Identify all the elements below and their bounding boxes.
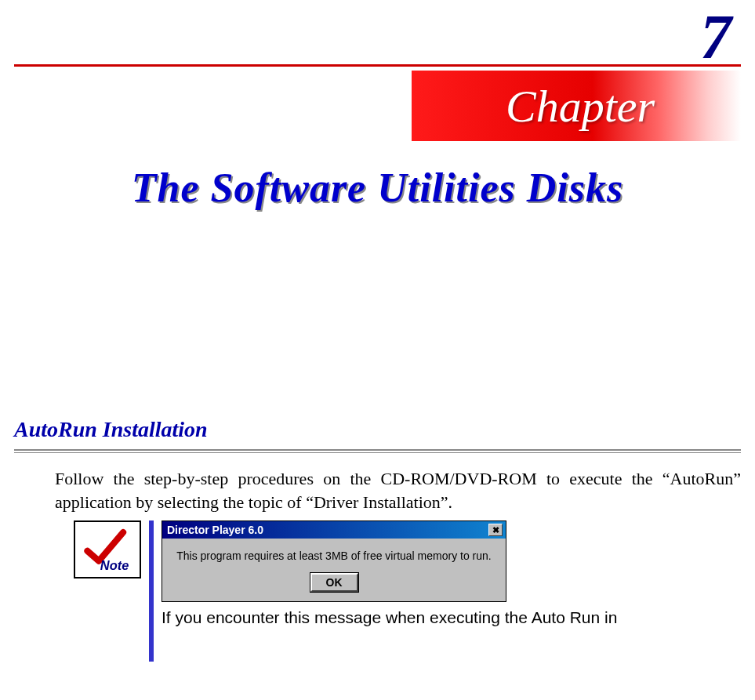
- note-content: Director Player 6.0 ✖ This program requi…: [162, 520, 741, 627]
- svg-text:Note: Note: [100, 558, 129, 572]
- note-block: Note Director Player 6.0 ✖ This program …: [74, 520, 741, 662]
- dialog-message: This program requires at least 3MB of fr…: [170, 549, 498, 562]
- section-heading: AutoRun Installation: [14, 417, 208, 442]
- note-divider: [149, 520, 154, 662]
- chapter-number: 7: [700, 2, 731, 73]
- ok-button[interactable]: OK: [310, 573, 358, 592]
- dialog-body: This program requires at least 3MB of fr…: [162, 539, 506, 601]
- chapter-banner: Chapter: [412, 71, 741, 141]
- header-divider: [14, 64, 741, 67]
- chapter-label: Chapter: [506, 80, 655, 132]
- section-divider: [14, 449, 741, 453]
- dialog-title: Director Player 6.0: [167, 524, 263, 536]
- dialog-titlebar: Director Player 6.0 ✖: [162, 521, 506, 539]
- note-caption: If you encounter this message when execu…: [162, 608, 741, 627]
- body-paragraph: Follow the step-by-step procedures on th…: [55, 467, 741, 513]
- close-icon[interactable]: ✖: [488, 524, 503, 536]
- page-title: The Software Utilities Disks: [0, 165, 755, 211]
- dialog-window: Director Player 6.0 ✖ This program requi…: [162, 520, 506, 602]
- note-icon: Note: [74, 520, 141, 578]
